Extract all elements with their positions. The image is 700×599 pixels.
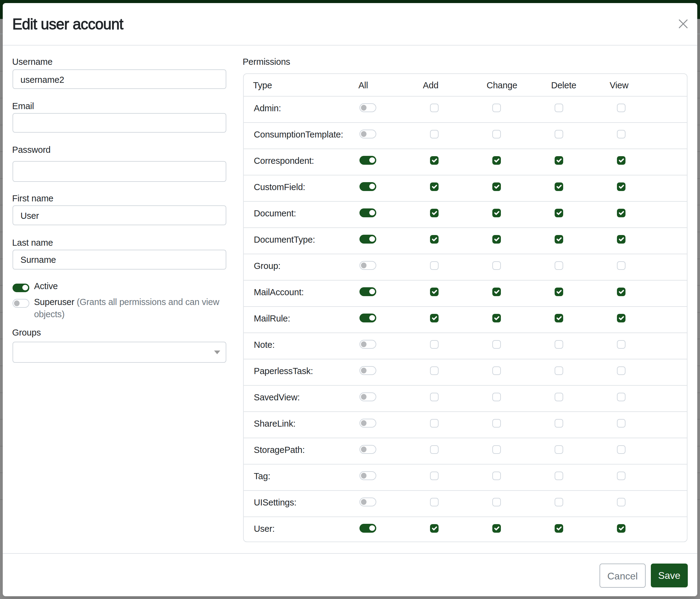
perm-all-toggle[interactable] [359,209,377,217]
perm-change-checkbox[interactable] [492,209,501,217]
perm-add-checkbox[interactable] [430,156,439,165]
perm-change-checkbox[interactable] [492,445,501,454]
perm-change-checkbox[interactable] [492,498,501,506]
perm-all-toggle[interactable] [359,498,377,506]
perm-row-mailaccount: MailAccount: [244,280,687,307]
perm-delete-checkbox[interactable] [555,235,563,244]
perm-delete-checkbox[interactable] [555,445,563,454]
perm-change-checkbox[interactable] [492,472,501,480]
perm-change-checkbox[interactable] [492,340,501,349]
superuser-toggle[interactable] [12,299,30,308]
perm-delete-checkbox[interactable] [555,498,563,506]
perm-delete-checkbox[interactable] [555,472,563,480]
perm-view-checkbox[interactable] [617,314,625,322]
perm-all-toggle[interactable] [359,392,377,401]
perm-all-toggle[interactable] [359,182,377,191]
perm-change-checkbox[interactable] [492,314,501,322]
perm-all-toggle[interactable] [359,261,377,270]
perm-view-checkbox[interactable] [617,103,625,112]
perm-view-checkbox[interactable] [617,156,625,165]
perm-change-checkbox[interactable] [492,235,501,244]
perm-add-checkbox[interactable] [430,498,439,506]
perm-change-checkbox[interactable] [492,183,501,191]
perm-view-checkbox[interactable] [617,288,625,296]
save-button[interactable]: Save [651,564,688,588]
perm-add-checkbox[interactable] [430,209,439,217]
perm-delete-checkbox[interactable] [555,366,563,375]
perm-view-checkbox[interactable] [617,340,625,349]
perm-all-toggle[interactable] [359,366,377,375]
perm-delete-checkbox[interactable] [555,156,563,165]
username-input[interactable]: username2 [12,69,226,89]
perm-view-checkbox[interactable] [617,235,625,244]
perm-view-checkbox[interactable] [617,261,625,270]
perm-delete-checkbox[interactable] [555,183,563,191]
first-name-input[interactable]: User [12,206,226,225]
perm-delete-checkbox[interactable] [555,419,563,428]
check-icon [430,288,439,296]
email-input[interactable] [12,113,226,133]
perm-all-toggle[interactable] [359,156,377,165]
groups-select[interactable] [12,342,226,363]
perm-add-checkbox[interactable] [430,261,439,270]
perm-view-checkbox[interactable] [617,183,625,191]
active-toggle[interactable] [12,284,30,292]
perm-view-checkbox[interactable] [617,498,625,506]
perm-add-checkbox[interactable] [430,235,439,244]
password-input[interactable] [12,161,226,182]
perm-add-checkbox[interactable] [430,103,439,112]
perm-add-checkbox[interactable] [430,419,439,428]
perm-delete-checkbox[interactable] [555,261,563,270]
perm-all-toggle[interactable] [359,419,377,428]
perm-view-checkbox[interactable] [617,419,625,428]
perm-delete-checkbox[interactable] [555,340,563,349]
perm-add-checkbox[interactable] [430,524,439,533]
perm-change-checkbox[interactable] [492,156,501,165]
perm-change-checkbox[interactable] [492,261,501,270]
perm-delete-checkbox[interactable] [555,103,563,112]
perm-change-checkbox[interactable] [492,393,501,401]
last-name-input[interactable]: Surname [12,250,226,269]
perm-add-checkbox[interactable] [430,340,439,349]
perm-delete-checkbox[interactable] [555,393,563,401]
perm-add-checkbox[interactable] [430,288,439,296]
perm-view-checkbox[interactable] [617,366,625,375]
cancel-button[interactable]: Cancel [600,564,646,588]
perm-all-toggle[interactable] [359,340,377,349]
close-button[interactable] [679,19,688,28]
perm-add-checkbox[interactable] [430,366,439,375]
perm-change-checkbox[interactable] [492,130,501,139]
perm-view-checkbox[interactable] [617,445,625,454]
perm-delete-checkbox[interactable] [555,130,563,139]
perm-add-checkbox[interactable] [430,472,439,480]
perm-all-toggle[interactable] [359,471,377,480]
perm-all-toggle[interactable] [359,314,377,322]
perm-add-checkbox[interactable] [430,393,439,401]
perm-change-checkbox[interactable] [492,524,501,533]
perm-delete-checkbox[interactable] [555,524,563,533]
perm-change-checkbox[interactable] [492,419,501,428]
perm-type-label: Admin: [254,102,281,115]
perm-all-toggle[interactable] [359,235,377,244]
perm-view-checkbox[interactable] [617,209,625,217]
perm-all-toggle[interactable] [359,129,377,139]
perm-add-checkbox[interactable] [430,130,439,139]
perm-all-toggle[interactable] [359,524,377,533]
perm-add-checkbox[interactable] [430,183,439,191]
perm-view-checkbox[interactable] [617,393,625,401]
perm-delete-checkbox[interactable] [555,288,563,296]
perm-change-checkbox[interactable] [492,288,501,296]
perm-change-checkbox[interactable] [492,103,501,112]
perm-add-checkbox[interactable] [430,445,439,454]
perm-type-label: SavedView: [254,391,300,404]
perm-view-checkbox[interactable] [617,130,625,139]
perm-add-checkbox[interactable] [430,314,439,322]
perm-all-toggle[interactable] [359,445,377,454]
perm-view-checkbox[interactable] [617,524,625,533]
perm-all-toggle[interactable] [359,287,377,296]
perm-all-toggle[interactable] [359,103,377,112]
perm-delete-checkbox[interactable] [555,209,563,217]
perm-view-checkbox[interactable] [617,472,625,480]
perm-delete-checkbox[interactable] [555,314,563,322]
perm-change-checkbox[interactable] [492,366,501,375]
